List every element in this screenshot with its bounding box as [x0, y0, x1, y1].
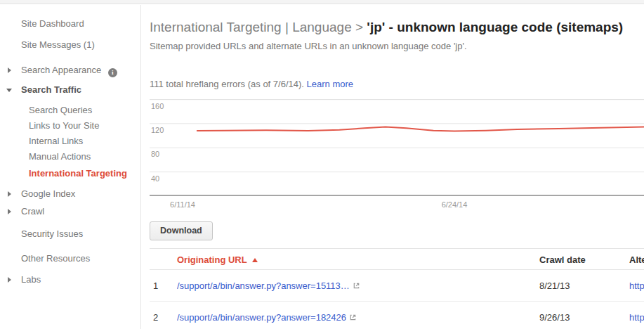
sidebar-item-label: Internal Links	[29, 136, 83, 146]
page-title: International Targeting | Language > 'jp…	[150, 19, 644, 36]
sidebar-item-internal-links[interactable]: Internal Links	[0, 135, 140, 148]
sidebar-item-label: Other Resources	[21, 253, 90, 264]
sidebar-item-security-issues[interactable]: Security Issues	[0, 228, 140, 240]
sidebar-item-label: Manual Actions	[29, 151, 91, 162]
svg-text:80: 80	[151, 150, 159, 158]
chevron-right-icon[interactable]	[8, 191, 11, 197]
crawl-date-cell: 8/21/13	[534, 270, 625, 302]
breadcrumb: International Targeting | Language >	[150, 20, 367, 34]
svg-text:160: 160	[151, 102, 164, 110]
row-number: 1	[153, 270, 174, 302]
hreflang-errors-chart: 16012080406/11/146/24/14	[150, 99, 644, 210]
crawl-date-cell: 9/26/13	[534, 302, 625, 329]
table-row: 2 /support/a/bin/answer.py?answer=182426…	[150, 302, 644, 329]
svg-text:120: 120	[151, 126, 164, 134]
column-header-alternate-url[interactable]: Alternate URL	[629, 249, 644, 271]
top-toolbar-edge	[0, 0, 644, 4]
chevron-right-icon[interactable]	[8, 209, 11, 214]
errors-count-text: 111 total hreflang errors (as of 7/6/14)…	[150, 79, 304, 89]
sidebar-item-site-dashboard[interactable]: Site Dashboard	[0, 18, 140, 30]
external-link-icon[interactable]	[353, 271, 360, 302]
learn-more-link[interactable]: Learn more	[307, 79, 353, 89]
sidebar-item-label: Search Traffic	[21, 84, 81, 95]
sidebar-item-labs[interactable]: Labs	[0, 273, 140, 286]
errors-summary: 111 total hreflang errors (as of 7/6/14)…	[150, 78, 644, 91]
main-content: International Targeting | Language > 'jp…	[141, 5, 644, 329]
external-link-icon[interactable]	[349, 302, 357, 329]
page-subtitle: Sitemap provided URLs and alternate URLs…	[150, 40, 644, 53]
sidebar-item-search-appearance[interactable]: Search Appearance i	[0, 64, 140, 77]
errors-table-header: Originating URL Crawl date Alternate URL	[150, 248, 644, 270]
sidebar-item-site-messages[interactable]: Site Messages (1)	[0, 39, 140, 51]
svg-text:6/24/14: 6/24/14	[442, 200, 468, 209]
errors-table: Originating URL Crawl date Alternate URL…	[150, 248, 644, 329]
svg-text:6/11/14: 6/11/14	[170, 200, 195, 209]
page-title-current: 'jp' - unknown language code (sitemaps)	[367, 20, 623, 34]
sidebar-item-search-traffic[interactable]: Search Traffic	[0, 84, 140, 96]
sidebar-item-manual-actions[interactable]: Manual Actions	[0, 150, 140, 163]
sidebar-item-label: Google Index	[21, 188, 75, 199]
chevron-right-icon[interactable]	[8, 277, 11, 283]
table-row: 1 /support/a/bin/answer.py?answer=15113……	[150, 270, 644, 302]
sidebar-item-other-resources[interactable]: Other Resources	[0, 252, 140, 265]
sidebar-item-label: International Targeting	[29, 168, 127, 179]
column-header-originating-url[interactable]: Originating URL	[177, 249, 528, 271]
sidebar-item-label: Crawl	[21, 206, 44, 217]
sort-ascending-icon	[252, 258, 258, 262]
sidebar-item-label: Site Dashboard	[21, 18, 84, 29]
originating-url-link[interactable]: /support/a/bin/answer.py?answer=15113…	[177, 280, 350, 291]
sidebar-item-google-index[interactable]: Google Index	[0, 188, 140, 200]
sidebar-nav: Site Dashboard Site Messages (1) Search …	[0, 5, 141, 329]
chevron-right-icon[interactable]	[8, 67, 11, 73]
sidebar-item-label: Search Queries	[29, 105, 92, 115]
sidebar-item-label: Search Appearance	[21, 65, 101, 75]
sidebar-item-international-targeting[interactable]: International Targeting	[0, 167, 140, 180]
column-header-label: Originating URL	[177, 254, 247, 265]
row-number: 2	[153, 302, 174, 329]
sidebar-item-label: Labs	[21, 274, 41, 285]
svg-text:40: 40	[151, 174, 159, 183]
sidebar-item-links-to-your-site[interactable]: Links to Your Site	[0, 120, 140, 132]
originating-url-link[interactable]: /support/a/bin/answer.py?answer=182426	[177, 312, 346, 323]
info-icon[interactable]: i	[108, 68, 117, 77]
alternate-url-link[interactable]: https://	[629, 280, 644, 291]
download-button[interactable]: Download	[150, 221, 213, 240]
chart-canvas: 16012080406/11/146/24/14	[150, 99, 644, 210]
sidebar-item-label: Site Messages (1)	[21, 39, 95, 50]
chevron-down-icon[interactable]	[6, 89, 12, 92]
sidebar-item-search-queries[interactable]: Search Queries	[0, 104, 140, 117]
column-header-crawl-date[interactable]: Crawl date	[534, 249, 625, 271]
alternate-url-link[interactable]: https://	[629, 312, 644, 323]
sidebar-item-label: Security Issues	[21, 228, 83, 239]
sidebar-item-crawl[interactable]: Crawl	[0, 205, 140, 218]
sidebar-item-label: Links to Your Site	[29, 120, 99, 131]
